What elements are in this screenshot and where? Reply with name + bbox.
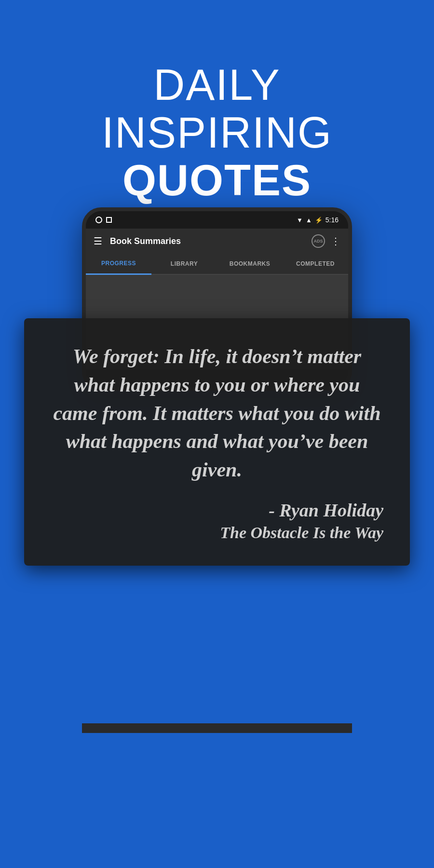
quote-text: We forget: In life, it doesn’t matter wh… [51, 342, 383, 484]
quote-author: - Ryan Holiday [51, 499, 383, 522]
hero-line3: QUOTES [122, 156, 312, 204]
wifi-icon: ▼ [297, 217, 303, 224]
app-toolbar: ☰ Book Summaries ADS ⋮ [86, 229, 348, 254]
tab-completed[interactable]: COMPLETED [283, 254, 348, 274]
status-right-icons: ▼ ▲ ⚡ 5:16 [297, 216, 339, 224]
tab-library[interactable]: LIBRARY [151, 254, 217, 274]
hamburger-menu-icon[interactable]: ☰ [94, 235, 102, 247]
app-tabs: PROGRESS LIBRARY BOOKMARKS COMPLETED [86, 254, 348, 275]
lock-icon [106, 217, 112, 223]
tab-bookmarks[interactable]: BOOKMARKS [217, 254, 283, 274]
hero-title: DAILY INSPIRING QUOTES [102, 61, 332, 204]
ads-badge[interactable]: ADS [312, 234, 325, 248]
status-bar: ▼ ▲ ⚡ 5:16 [86, 211, 348, 229]
quote-card: We forget: In life, it doesn’t matter wh… [24, 318, 410, 566]
status-left-icons [95, 217, 112, 223]
tab-progress[interactable]: PROGRESS [86, 253, 151, 275]
signal-icon: ▲ [306, 217, 312, 224]
battery-icon: ⚡ [315, 217, 323, 224]
app-title: Book Summaries [110, 236, 304, 246]
more-options-icon[interactable]: ⋮ [331, 235, 340, 247]
ads-label: ADS [313, 239, 323, 244]
hero-line2: INSPIRING [102, 108, 332, 157]
camera-icon [95, 217, 102, 223]
toolbar-icons: ADS ⋮ [312, 234, 340, 248]
hero-section: DAILY INSPIRING QUOTES [0, 0, 434, 236]
bottom-section [0, 733, 434, 868]
quote-book: The Obstacle Is the Way [51, 522, 383, 543]
time-display: 5:16 [326, 216, 339, 224]
hero-line1: DAILY [153, 61, 280, 109]
